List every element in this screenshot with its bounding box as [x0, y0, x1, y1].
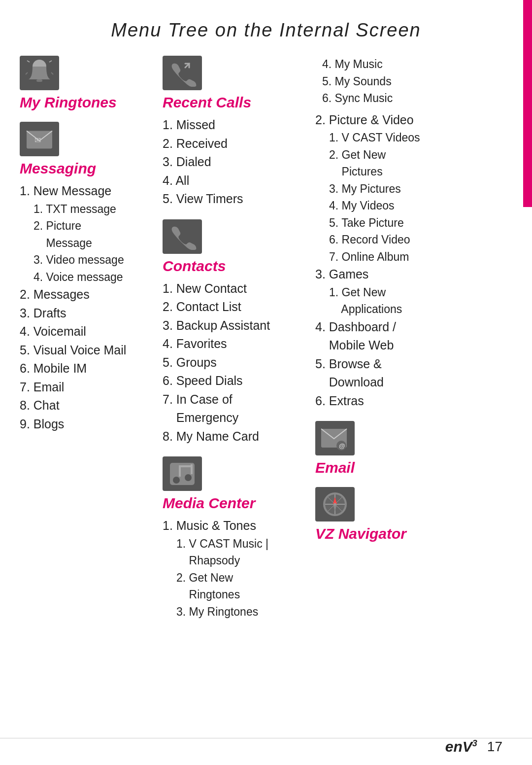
list-item: 7. Email [20, 378, 163, 397]
vz-navigator-heading: VZ Navigator [315, 525, 512, 542]
vz-navigator-icon [315, 487, 355, 522]
music-continued-section: 4. My Music 5. My Sounds 6. Sync Music 2… [315, 56, 512, 410]
list-item: 4. My Videos [329, 197, 512, 214]
recent-calls-heading: Recent Calls [163, 94, 315, 111]
contacts-heading: Contacts [163, 258, 315, 275]
picture-video-sublist: 1. V CAST Videos 2. Get New Pictures 3. … [315, 129, 512, 265]
list-item: 3. Backup Assistant [163, 316, 315, 335]
svg-text:@: @ [339, 442, 345, 450]
list-item: 8. My Name Card [163, 427, 315, 446]
list-item: 6. Sync Music [322, 90, 512, 107]
list-item: 5. Groups [163, 353, 315, 372]
list-item: 3. Dialed [163, 153, 315, 172]
contacts-section: Contacts 1. New Contact 2. Contact List … [163, 219, 315, 446]
svg-line-5 [51, 72, 53, 74]
list-item: 6. Extras [315, 392, 512, 411]
contacts-list: 1. New Contact 2. Contact List 3. Backup… [163, 279, 315, 446]
list-item: 7. Online Album [329, 248, 512, 266]
column-3: 4. My Music 5. My Sounds 6. Sync Music 2… [315, 56, 512, 553]
footer-brand-sup: 3 [472, 738, 477, 748]
my-ringtones-heading: My Ringtones [20, 94, 163, 111]
list-item: 3. My Ringtones [176, 603, 315, 621]
media-center-list: 1. Music & Tones 1. V CAST Music | Rhaps… [163, 517, 315, 620]
list-item: 5. Take Picture [329, 214, 512, 232]
svg-rect-13 [179, 465, 193, 467]
recent-calls-list: 1. Missed 2. Received 3. Dialed 4. All 5… [163, 116, 315, 209]
email-icon: @ [315, 421, 355, 455]
list-item: 8. Chat [20, 396, 163, 415]
vz-navigator-section: VZ Navigator [315, 487, 512, 542]
list-item: 2. Received [163, 135, 315, 153]
list-item: 2. Picture & Video 1. V CAST Videos 2. G… [315, 111, 512, 266]
contacts-icon [163, 219, 202, 254]
music-continued-list: 4. My Music 5. My Sounds 6. Sync Music [315, 56, 512, 107]
list-item: 2. Messages [20, 285, 163, 304]
email-section: @ Email [315, 421, 512, 476]
list-item: 6. Speed Dials [163, 372, 315, 390]
list-item: 1. V CAST Music | Rhapsody [176, 535, 315, 569]
columns-layout: My Ringtones ✉ Messaging 1. New Message [20, 56, 512, 631]
footer-page-number: 17 [487, 739, 502, 755]
list-item: 1. Missed [163, 116, 315, 135]
list-item: 5. Browse & Download [315, 355, 512, 392]
right-border-decoration [523, 0, 532, 207]
list-item: 2. Contact List [163, 298, 315, 316]
list-item: 3. Drafts [20, 304, 163, 323]
svg-line-2 [27, 61, 30, 62]
list-item: 5. View Timers [163, 190, 315, 209]
list-item: 6. Record Video [329, 231, 512, 248]
list-item: 2. Get New Ringtones [176, 569, 315, 603]
messaging-list: 1. New Message 1. TXT message 2. Picture… [20, 182, 163, 433]
recent-calls-icon [163, 56, 202, 90]
column-1: My Ringtones ✉ Messaging 1. New Message [20, 56, 163, 444]
svg-point-10 [185, 474, 192, 481]
games-sublist: 1. Get New Applications [315, 284, 512, 318]
svg-line-4 [26, 72, 28, 74]
svg-point-9 [173, 477, 180, 484]
list-item: 4. Dashboard / Mobile Web [315, 318, 512, 355]
list-item: 4. Favorites [163, 335, 315, 353]
list-item: 3. Games 1. Get New Applications [315, 265, 512, 318]
footer-brand: enV3 [445, 738, 477, 755]
media-center-section: Media Center 1. Music & Tones 1. V CAST … [163, 456, 315, 620]
list-item: 1. V CAST Videos [329, 129, 512, 146]
my-ringtones-icon [20, 56, 59, 90]
list-item: 5. My Sounds [322, 73, 512, 90]
list-item: 9. Blogs [20, 415, 163, 434]
media-center-heading: Media Center [163, 495, 315, 512]
recent-calls-section: Recent Calls 1. Missed 2. Received 3. Di… [163, 56, 315, 209]
list-item: 4. Voicemail [20, 322, 163, 341]
page-container: Menu Tree on the Internal Screen [0, 0, 532, 765]
page-footer: enV3 17 [0, 738, 532, 755]
messaging-heading: Messaging [20, 160, 163, 177]
svg-line-3 [49, 61, 52, 62]
page-title: Menu Tree on the Internal Screen [20, 20, 512, 41]
list-item: 1. Music & Tones 1. V CAST Music | Rhaps… [163, 517, 315, 620]
email-heading: Email [315, 459, 512, 476]
list-item: 2. Picture Message [33, 217, 163, 251]
svg-rect-1 [36, 79, 42, 82]
list-item: 6. Mobile IM [20, 359, 163, 378]
messaging-section: ✉ Messaging 1. New Message 1. TXT messag… [20, 122, 163, 433]
list-item: 1. New Message 1. TXT message 2. Picture… [20, 182, 163, 285]
list-item: 1. New Contact [163, 279, 315, 298]
new-message-sublist: 1. TXT message 2. Picture Message 3. Vid… [20, 201, 163, 286]
list-item: 1. Get New Applications [329, 284, 512, 318]
list-item: 2. Get New Pictures [329, 146, 512, 180]
list-item: 4. My Music [322, 56, 512, 73]
list-item: 4. Voice message [33, 269, 163, 286]
messaging-icon: ✉ [20, 122, 59, 156]
list-item: 3. Video message [33, 251, 163, 269]
picture-video-list: 2. Picture & Video 1. V CAST Videos 2. G… [315, 111, 512, 411]
svg-text:✉: ✉ [34, 136, 41, 144]
music-tones-sublist: 1. V CAST Music | Rhapsody 2. Get New Ri… [163, 535, 315, 621]
column-2: Recent Calls 1. Missed 2. Received 3. Di… [163, 56, 315, 631]
media-center-icon [163, 456, 202, 491]
my-ringtones-section: My Ringtones [20, 56, 163, 111]
list-item: 7. In Case of Emergency [163, 390, 315, 427]
list-item: 1. TXT message [33, 201, 163, 218]
list-item: 3. My Pictures [329, 180, 512, 198]
list-item: 4. All [163, 172, 315, 190]
list-item: 5. Visual Voice Mail [20, 341, 163, 360]
